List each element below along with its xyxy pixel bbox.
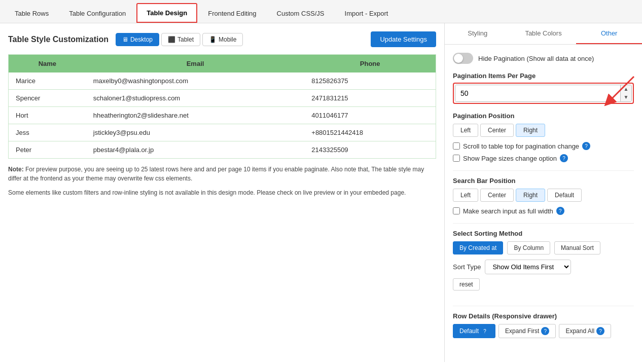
- row-details-expand-first-info[interactable]: ?: [541, 327, 549, 335]
- right-panel: StylingTable ColorsOther Hide Pagination…: [444, 23, 642, 362]
- row-details-default[interactable]: Default ?: [453, 324, 495, 338]
- cell-1-1: schaloner1@studiopress.com: [86, 90, 305, 107]
- row-details-expand-all-info[interactable]: ?: [596, 327, 604, 335]
- sorting-label: Select Sorting Method: [453, 230, 634, 237]
- row-details-buttons: Default ? Expand First ? Expand All ?: [453, 324, 634, 338]
- search-pos-left[interactable]: Left: [453, 189, 478, 202]
- sort-by-created-at[interactable]: By Created at: [453, 241, 503, 254]
- right-tab-table-colors[interactable]: Table Colors: [511, 23, 577, 44]
- table-header: NameEmailPhone: [9, 55, 436, 73]
- update-settings-button[interactable]: Update Settings: [371, 31, 436, 47]
- mobile-label: Mobile: [219, 36, 236, 43]
- table-row: Spencerschaloner1@studiopress.com2471831…: [9, 90, 436, 107]
- desktop-icon: 🖥: [122, 36, 128, 43]
- right-content: Hide Pagination (Show all data at once) …: [445, 45, 642, 354]
- cell-4-2: 2143325509: [304, 141, 436, 159]
- search-pos-center[interactable]: Center: [480, 189, 514, 202]
- search-pos-default[interactable]: Default: [547, 189, 582, 202]
- search-full-width-row: Make search input as full width ?: [453, 207, 634, 215]
- show-page-sizes-info-icon[interactable]: ?: [560, 154, 568, 162]
- sort-by-column[interactable]: By Column: [507, 241, 550, 254]
- cell-0-1: maxelby0@washingtonpost.com: [86, 72, 305, 90]
- hide-pagination-row: Hide Pagination (Show all data at once): [453, 53, 634, 64]
- pagination-pos-right[interactable]: Right: [516, 124, 545, 137]
- show-page-sizes-label: Show Page sizes change option: [463, 155, 557, 162]
- table-row: Maricemaxelby0@washingtonpost.com8125826…: [9, 72, 436, 90]
- cell-3-0: Jess: [9, 124, 86, 141]
- pagination-pos-left[interactable]: Left: [453, 124, 478, 137]
- tab-table-rows[interactable]: Table Rows: [5, 3, 58, 23]
- search-full-width-checkbox[interactable]: [453, 207, 460, 214]
- tab-import-export[interactable]: Import - Export: [335, 3, 398, 23]
- show-page-sizes-checkbox[interactable]: [453, 155, 460, 162]
- note-2: Some elements like custom filters and ro…: [8, 188, 436, 197]
- table-row: Horthheatherington2@slideshare.net401104…: [9, 107, 436, 124]
- tab-table-design[interactable]: Table Design: [136, 3, 197, 23]
- right-tabs: StylingTable ColorsOther: [445, 23, 642, 45]
- col-header-name: Name: [9, 55, 86, 73]
- divider-3: [453, 306, 634, 306]
- sort-manual[interactable]: Manual Sort: [554, 241, 600, 254]
- cell-0-0: Marice: [9, 72, 86, 90]
- note-1: Note: For preview purpose, you are seein…: [8, 165, 436, 183]
- tablet-icon: ⬛: [168, 36, 175, 43]
- view-btn-tablet[interactable]: ⬛Tablet: [161, 33, 200, 46]
- row-details-default-info[interactable]: ?: [481, 327, 489, 335]
- toggle-knob: [454, 54, 463, 63]
- scroll-to-top-row: Scroll to table top for pagination chang…: [453, 142, 634, 150]
- right-tab-styling[interactable]: Styling: [445, 23, 511, 44]
- scroll-to-top-checkbox[interactable]: [453, 142, 460, 150]
- row-details-group: Row Details (Responsive drawer) Default …: [453, 312, 634, 338]
- preview-table: NameEmailPhone Maricemaxelby0@washington…: [8, 54, 436, 159]
- right-tab-other[interactable]: Other: [576, 23, 642, 44]
- tab-custom-css-js[interactable]: Custom CSS/JS: [267, 3, 334, 23]
- search-bar-position-label: Search Bar Position: [453, 177, 634, 185]
- pagination-position-group: Pagination Position Left Center Right Sc…: [453, 112, 634, 162]
- cell-0-2: 8125826375: [304, 72, 436, 90]
- sort-type-label: Sort Type: [453, 263, 481, 271]
- row-details-expand-first[interactable]: Expand First ?: [498, 324, 556, 338]
- search-full-width-label: Make search input as full width: [463, 207, 553, 215]
- section-header: Table Style Customization 🖥Desktop⬛Table…: [8, 31, 436, 47]
- sorting-group: Select Sorting Method By Created at By C…: [453, 230, 634, 298]
- tablet-label: Tablet: [177, 36, 194, 43]
- sort-type-select[interactable]: Show Old Items First Show New Items Firs…: [485, 260, 571, 274]
- search-pos-right[interactable]: Right: [516, 189, 545, 202]
- search-full-width-info-icon[interactable]: ?: [556, 207, 564, 215]
- row-details-label: Row Details (Responsive drawer): [453, 312, 634, 320]
- col-header-phone: Phone: [304, 55, 436, 73]
- tab-frontend-editing[interactable]: Frontend Editing: [198, 3, 266, 23]
- row-details-expand-all[interactable]: Expand All ?: [559, 324, 611, 338]
- cell-1-2: 2471831215: [304, 90, 436, 107]
- table-row: Peterpbestar4@plala.or.jp2143325509: [9, 141, 436, 159]
- cell-1-0: Spencer: [9, 90, 86, 107]
- reset-button[interactable]: reset: [453, 278, 480, 290]
- view-btn-desktop[interactable]: 🖥Desktop: [116, 33, 159, 46]
- col-header-email: Email: [86, 55, 305, 73]
- sorting-buttons: By Created at By Column Manual Sort: [453, 241, 634, 254]
- cell-2-0: Hort: [9, 107, 86, 124]
- tab-table-configuration[interactable]: Table Configuration: [59, 3, 135, 23]
- sort-type-row: Sort Type Show Old Items First Show New …: [453, 260, 634, 274]
- red-arrow-svg: [593, 71, 639, 107]
- show-page-sizes-row: Show Page sizes change option ?: [453, 154, 634, 162]
- cell-4-1: pbestar4@plala.or.jp: [86, 141, 305, 159]
- view-btn-mobile[interactable]: 📱Mobile: [202, 33, 243, 46]
- top-nav: Table RowsTable ConfigurationTable Desig…: [0, 0, 642, 23]
- cell-2-2: 4011046177: [304, 107, 436, 124]
- pagination-position-label: Pagination Position: [453, 112, 634, 120]
- main-layout: Table Style Customization 🖥Desktop⬛Table…: [0, 23, 642, 362]
- table-row: Jessjstickley3@psu.edu+8801521442418: [9, 124, 436, 141]
- left-panel: Table Style Customization 🖥Desktop⬛Table…: [0, 23, 444, 362]
- header-row: NameEmailPhone: [9, 55, 436, 73]
- search-bar-position-group: Search Bar Position Left Center Right De…: [453, 177, 634, 215]
- cell-3-2: +8801521442418: [304, 124, 436, 141]
- divider-1: [453, 170, 634, 171]
- section-title: Table Style Customization: [8, 35, 109, 44]
- cell-2-1: hheatherington2@slideshare.net: [86, 107, 305, 124]
- hide-pagination-toggle[interactable]: [453, 53, 473, 64]
- scroll-to-top-label: Scroll to table top for pagination chang…: [463, 142, 579, 150]
- cell-4-0: Peter: [9, 141, 86, 159]
- pagination-pos-center[interactable]: Center: [480, 124, 514, 137]
- scroll-to-top-info-icon[interactable]: ?: [582, 142, 590, 150]
